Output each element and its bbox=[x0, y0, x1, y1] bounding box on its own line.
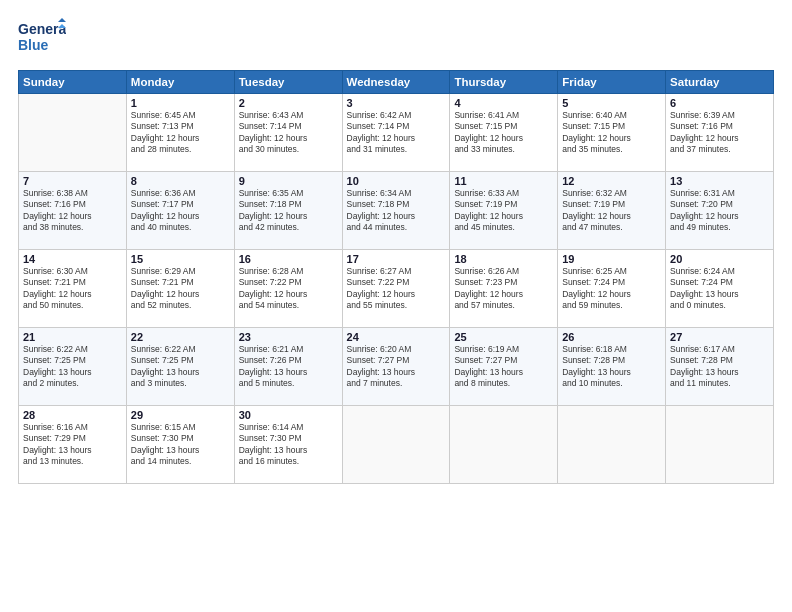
calendar-cell: 3Sunrise: 6:42 AM Sunset: 7:14 PM Daylig… bbox=[342, 94, 450, 172]
calendar-cell: 29Sunrise: 6:15 AM Sunset: 7:30 PM Dayli… bbox=[126, 406, 234, 484]
svg-marker-2 bbox=[58, 18, 66, 22]
calendar-cell: 6Sunrise: 6:39 AM Sunset: 7:16 PM Daylig… bbox=[666, 94, 774, 172]
day-info: Sunrise: 6:25 AM Sunset: 7:24 PM Dayligh… bbox=[562, 266, 661, 312]
day-number: 29 bbox=[131, 409, 230, 421]
logo: General Blue bbox=[18, 18, 66, 60]
day-info: Sunrise: 6:17 AM Sunset: 7:28 PM Dayligh… bbox=[670, 344, 769, 390]
day-info: Sunrise: 6:41 AM Sunset: 7:15 PM Dayligh… bbox=[454, 110, 553, 156]
calendar-cell bbox=[666, 406, 774, 484]
day-info: Sunrise: 6:42 AM Sunset: 7:14 PM Dayligh… bbox=[347, 110, 446, 156]
calendar-cell: 10Sunrise: 6:34 AM Sunset: 7:18 PM Dayli… bbox=[342, 172, 450, 250]
day-number: 14 bbox=[23, 253, 122, 265]
calendar-cell: 19Sunrise: 6:25 AM Sunset: 7:24 PM Dayli… bbox=[558, 250, 666, 328]
week-row-4: 21Sunrise: 6:22 AM Sunset: 7:25 PM Dayli… bbox=[19, 328, 774, 406]
day-info: Sunrise: 6:32 AM Sunset: 7:19 PM Dayligh… bbox=[562, 188, 661, 234]
calendar-cell: 28Sunrise: 6:16 AM Sunset: 7:29 PM Dayli… bbox=[19, 406, 127, 484]
week-row-5: 28Sunrise: 6:16 AM Sunset: 7:29 PM Dayli… bbox=[19, 406, 774, 484]
header-sunday: Sunday bbox=[19, 71, 127, 94]
calendar-cell: 12Sunrise: 6:32 AM Sunset: 7:19 PM Dayli… bbox=[558, 172, 666, 250]
calendar-cell: 16Sunrise: 6:28 AM Sunset: 7:22 PM Dayli… bbox=[234, 250, 342, 328]
day-number: 23 bbox=[239, 331, 338, 343]
day-number: 10 bbox=[347, 175, 446, 187]
day-number: 17 bbox=[347, 253, 446, 265]
calendar-cell: 15Sunrise: 6:29 AM Sunset: 7:21 PM Dayli… bbox=[126, 250, 234, 328]
day-number: 30 bbox=[239, 409, 338, 421]
day-number: 2 bbox=[239, 97, 338, 109]
day-info: Sunrise: 6:35 AM Sunset: 7:18 PM Dayligh… bbox=[239, 188, 338, 234]
day-number: 19 bbox=[562, 253, 661, 265]
calendar-cell: 24Sunrise: 6:20 AM Sunset: 7:27 PM Dayli… bbox=[342, 328, 450, 406]
page-header: General Blue bbox=[18, 18, 774, 60]
calendar-cell: 1Sunrise: 6:45 AM Sunset: 7:13 PM Daylig… bbox=[126, 94, 234, 172]
day-info: Sunrise: 6:43 AM Sunset: 7:14 PM Dayligh… bbox=[239, 110, 338, 156]
day-number: 4 bbox=[454, 97, 553, 109]
day-number: 21 bbox=[23, 331, 122, 343]
calendar-cell: 23Sunrise: 6:21 AM Sunset: 7:26 PM Dayli… bbox=[234, 328, 342, 406]
logo-svg: General Blue bbox=[18, 18, 66, 60]
day-number: 27 bbox=[670, 331, 769, 343]
day-info: Sunrise: 6:22 AM Sunset: 7:25 PM Dayligh… bbox=[23, 344, 122, 390]
day-info: Sunrise: 6:45 AM Sunset: 7:13 PM Dayligh… bbox=[131, 110, 230, 156]
calendar-cell: 8Sunrise: 6:36 AM Sunset: 7:17 PM Daylig… bbox=[126, 172, 234, 250]
calendar-cell: 7Sunrise: 6:38 AM Sunset: 7:16 PM Daylig… bbox=[19, 172, 127, 250]
day-number: 11 bbox=[454, 175, 553, 187]
calendar-cell: 21Sunrise: 6:22 AM Sunset: 7:25 PM Dayli… bbox=[19, 328, 127, 406]
day-info: Sunrise: 6:14 AM Sunset: 7:30 PM Dayligh… bbox=[239, 422, 338, 468]
week-row-1: 1Sunrise: 6:45 AM Sunset: 7:13 PM Daylig… bbox=[19, 94, 774, 172]
day-number: 7 bbox=[23, 175, 122, 187]
calendar-header-row: SundayMondayTuesdayWednesdayThursdayFrid… bbox=[19, 71, 774, 94]
svg-text:Blue: Blue bbox=[18, 37, 49, 53]
week-row-3: 14Sunrise: 6:30 AM Sunset: 7:21 PM Dayli… bbox=[19, 250, 774, 328]
day-number: 20 bbox=[670, 253, 769, 265]
day-info: Sunrise: 6:15 AM Sunset: 7:30 PM Dayligh… bbox=[131, 422, 230, 468]
calendar-cell: 20Sunrise: 6:24 AM Sunset: 7:24 PM Dayli… bbox=[666, 250, 774, 328]
day-info: Sunrise: 6:39 AM Sunset: 7:16 PM Dayligh… bbox=[670, 110, 769, 156]
calendar-cell bbox=[342, 406, 450, 484]
day-info: Sunrise: 6:33 AM Sunset: 7:19 PM Dayligh… bbox=[454, 188, 553, 234]
header-wednesday: Wednesday bbox=[342, 71, 450, 94]
calendar-cell: 5Sunrise: 6:40 AM Sunset: 7:15 PM Daylig… bbox=[558, 94, 666, 172]
calendar-cell bbox=[558, 406, 666, 484]
calendar-cell: 30Sunrise: 6:14 AM Sunset: 7:30 PM Dayli… bbox=[234, 406, 342, 484]
day-info: Sunrise: 6:18 AM Sunset: 7:28 PM Dayligh… bbox=[562, 344, 661, 390]
day-info: Sunrise: 6:31 AM Sunset: 7:20 PM Dayligh… bbox=[670, 188, 769, 234]
day-number: 16 bbox=[239, 253, 338, 265]
calendar-cell: 26Sunrise: 6:18 AM Sunset: 7:28 PM Dayli… bbox=[558, 328, 666, 406]
header-tuesday: Tuesday bbox=[234, 71, 342, 94]
day-info: Sunrise: 6:26 AM Sunset: 7:23 PM Dayligh… bbox=[454, 266, 553, 312]
calendar-cell: 9Sunrise: 6:35 AM Sunset: 7:18 PM Daylig… bbox=[234, 172, 342, 250]
day-info: Sunrise: 6:27 AM Sunset: 7:22 PM Dayligh… bbox=[347, 266, 446, 312]
calendar-cell bbox=[19, 94, 127, 172]
day-info: Sunrise: 6:16 AM Sunset: 7:29 PM Dayligh… bbox=[23, 422, 122, 468]
day-info: Sunrise: 6:22 AM Sunset: 7:25 PM Dayligh… bbox=[131, 344, 230, 390]
day-info: Sunrise: 6:21 AM Sunset: 7:26 PM Dayligh… bbox=[239, 344, 338, 390]
day-info: Sunrise: 6:30 AM Sunset: 7:21 PM Dayligh… bbox=[23, 266, 122, 312]
calendar-cell: 4Sunrise: 6:41 AM Sunset: 7:15 PM Daylig… bbox=[450, 94, 558, 172]
day-number: 25 bbox=[454, 331, 553, 343]
day-info: Sunrise: 6:38 AM Sunset: 7:16 PM Dayligh… bbox=[23, 188, 122, 234]
day-number: 13 bbox=[670, 175, 769, 187]
day-info: Sunrise: 6:24 AM Sunset: 7:24 PM Dayligh… bbox=[670, 266, 769, 312]
day-number: 9 bbox=[239, 175, 338, 187]
day-number: 8 bbox=[131, 175, 230, 187]
calendar-table: SundayMondayTuesdayWednesdayThursdayFrid… bbox=[18, 70, 774, 484]
calendar-cell: 14Sunrise: 6:30 AM Sunset: 7:21 PM Dayli… bbox=[19, 250, 127, 328]
calendar-cell: 18Sunrise: 6:26 AM Sunset: 7:23 PM Dayli… bbox=[450, 250, 558, 328]
day-info: Sunrise: 6:29 AM Sunset: 7:21 PM Dayligh… bbox=[131, 266, 230, 312]
calendar-cell: 17Sunrise: 6:27 AM Sunset: 7:22 PM Dayli… bbox=[342, 250, 450, 328]
week-row-2: 7Sunrise: 6:38 AM Sunset: 7:16 PM Daylig… bbox=[19, 172, 774, 250]
calendar-cell: 25Sunrise: 6:19 AM Sunset: 7:27 PM Dayli… bbox=[450, 328, 558, 406]
day-number: 24 bbox=[347, 331, 446, 343]
header-saturday: Saturday bbox=[666, 71, 774, 94]
day-number: 6 bbox=[670, 97, 769, 109]
header-monday: Monday bbox=[126, 71, 234, 94]
calendar-cell: 2Sunrise: 6:43 AM Sunset: 7:14 PM Daylig… bbox=[234, 94, 342, 172]
calendar-cell bbox=[450, 406, 558, 484]
day-number: 5 bbox=[562, 97, 661, 109]
header-thursday: Thursday bbox=[450, 71, 558, 94]
day-info: Sunrise: 6:19 AM Sunset: 7:27 PM Dayligh… bbox=[454, 344, 553, 390]
day-info: Sunrise: 6:34 AM Sunset: 7:18 PM Dayligh… bbox=[347, 188, 446, 234]
day-number: 26 bbox=[562, 331, 661, 343]
day-number: 18 bbox=[454, 253, 553, 265]
day-info: Sunrise: 6:40 AM Sunset: 7:15 PM Dayligh… bbox=[562, 110, 661, 156]
